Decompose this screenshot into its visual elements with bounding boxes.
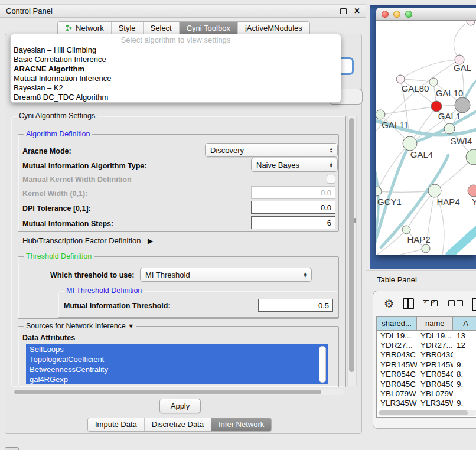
node-label: SWI4 <box>451 136 472 146</box>
tab-network[interactable]: Network <box>58 22 112 35</box>
kernel-width-label: Kernel Width (0,1): <box>22 190 87 198</box>
table-horizontal-scroll-thumb[interactable] <box>379 410 468 415</box>
aracne-mode-label: Aracne Mode: <box>22 147 71 155</box>
apply-button[interactable]: Apply <box>159 399 201 413</box>
select-all-checkboxes-icon[interactable] <box>423 298 439 309</box>
sources-title[interactable]: Sources for Network Inference ▼ <box>24 322 136 330</box>
combo-arrows-icon: ▲▼ <box>304 272 307 278</box>
deselect-all-checkboxes-icon[interactable] <box>448 298 465 309</box>
table-row[interactable]: YBR045CYBR045C9. <box>377 379 476 389</box>
minimize-button-icon[interactable] <box>393 11 400 18</box>
hub-definition-toggle[interactable]: Hub/Transcription Factor Definition ▶ <box>22 236 153 245</box>
settings-horizontal-scroll-thumb[interactable] <box>14 390 321 394</box>
collapse-down-icon: ▼ <box>128 322 134 330</box>
network-node[interactable] <box>466 149 476 165</box>
network-canvas[interactable]: GALGAL80GAL10GAL1GAL11SWI4GAL4GCY1HAP4YH… <box>376 21 476 255</box>
network-node-gal4[interactable] <box>403 136 417 151</box>
table-row[interactable]: YDR27...YDR27...12 <box>377 340 476 350</box>
tab-impute-data[interactable]: Impute Data <box>88 418 145 431</box>
close-window-icon[interactable]: ✕ <box>354 6 360 15</box>
mi-type-combo[interactable]: Naive Bayes ▲▼ <box>251 158 338 172</box>
close-button-icon[interactable] <box>382 11 389 18</box>
table-horizontal-scrollbar[interactable] <box>378 410 476 416</box>
table-row[interactable]: YER054CYER054C8. <box>377 370 476 379</box>
aracne-mode-combo[interactable]: Discovery ▲▼ <box>205 143 338 157</box>
algorithm-option[interactable]: Bayesian – Hill Climbing <box>11 45 341 55</box>
table-row[interactable]: YLR345WYLR345W9. <box>377 399 476 408</box>
gear-icon[interactable]: ⚙ <box>384 298 394 309</box>
which-threshold-label: Which threshold to use: <box>50 271 134 279</box>
column-header[interactable]: name <box>417 317 453 331</box>
table-row[interactable]: YDL19...YDL19...13 <box>377 331 476 340</box>
node-label: GAL11 <box>382 120 409 130</box>
columns-icon[interactable] <box>403 298 414 309</box>
table-row[interactable]: YPR145WYPR145W9. <box>377 360 476 369</box>
cyni-bottom-tab-bar: Impute DataDiscretize DataInfer Network <box>87 418 272 432</box>
tab-style[interactable]: Style <box>112 22 144 35</box>
settings-vertical-scroll-thumb[interactable] <box>349 118 354 372</box>
sources-title-label: Sources for Network Inference <box>26 322 126 330</box>
algorithm-option[interactable]: Bayesian – K2 <box>11 83 341 93</box>
table-cell: YBR045C <box>377 380 417 389</box>
table-cell: 13 <box>453 331 476 340</box>
manual-kernel-checkbox[interactable] <box>327 175 335 184</box>
network-node-hap2[interactable] <box>402 226 410 234</box>
network-node-y[interactable] <box>468 185 476 197</box>
network-window-titlebar[interactable] <box>376 8 476 21</box>
table-cell: YBR045C <box>417 380 453 389</box>
network-node-hap4[interactable] <box>428 184 441 197</box>
tab-cyni-toolbox[interactable]: Cyni Toolbox <box>180 22 238 35</box>
settings-vertical-scrollbar[interactable] <box>347 116 357 386</box>
tab-jactivemnodules[interactable]: jActiveMNodules <box>238 22 309 35</box>
node-label: GAL80 <box>402 83 429 93</box>
node-table: shared...nameA YDL19...YDL19...13YDR27..… <box>376 316 476 418</box>
table-panel-title: Table Panel <box>377 275 417 284</box>
table-row[interactable]: YBR043CYBR043C <box>377 350 476 360</box>
table-cell: YBL079W <box>377 389 417 398</box>
table-row[interactable]: YBL079WYBL079W <box>377 389 476 398</box>
column-header[interactable]: A <box>453 317 476 331</box>
tab-select[interactable]: Select <box>144 22 180 35</box>
attribute-list-scrollbar[interactable] <box>319 346 326 383</box>
dpi-tolerance-field[interactable]: 0.0 <box>251 201 335 214</box>
algorithm-option[interactable]: Dream8 DC_TDC Algorithm <box>11 93 341 102</box>
data-attribute-item[interactable]: TopologicalCoefficient <box>26 354 328 364</box>
table-panel-container: ⚙ shared...nameA YDL19...YDL19...13YDR27… <box>373 291 476 429</box>
algorithm-option[interactable]: Basic Correlation Inference <box>11 55 341 64</box>
data-attribute-item[interactable]: BetweennessCentrality <box>26 364 328 374</box>
network-node-swi4[interactable] <box>444 123 455 134</box>
tab-infer-network[interactable]: Infer Network <box>211 418 271 431</box>
table-cell: YDR27... <box>417 341 453 350</box>
column-header[interactable]: shared... <box>377 317 417 331</box>
data-attribute-item[interactable]: SelfLoops <box>26 344 328 354</box>
network-view-frame: GALGAL80GAL10GAL1GAL11SWI4GAL4GCY1HAP4YH… <box>370 5 476 269</box>
data-attribute-item[interactable]: gal4RGexp <box>26 374 328 384</box>
which-threshold-combo[interactable]: MI Threshold ▲▼ <box>140 268 312 282</box>
network-node-gal1[interactable] <box>431 101 442 112</box>
settings-horizontal-scrollbar[interactable] <box>12 389 344 395</box>
algorithm-option[interactable]: Mutual Information Inference <box>11 74 341 83</box>
float-window-icon[interactable] <box>340 8 347 14</box>
mi-threshold-value: 0.5 <box>318 301 329 310</box>
data-attributes-label: Data Attributes <box>22 334 75 342</box>
network-node-gal80[interactable] <box>396 75 405 83</box>
mi-threshold-field[interactable]: 0.5 <box>258 299 333 312</box>
table-cell: YDR27... <box>377 341 417 350</box>
document-icon[interactable] <box>472 298 476 311</box>
node-label: GAL10 <box>436 88 464 98</box>
table-cell: YBL079W <box>417 389 453 398</box>
minimized-panel-icon[interactable] <box>5 447 19 450</box>
network-node-gal11[interactable] <box>376 110 385 119</box>
network-node[interactable] <box>422 244 430 253</box>
splitter-handle[interactable] <box>354 218 356 223</box>
zoom-button-icon[interactable] <box>405 11 412 18</box>
mi-steps-field[interactable]: 6 <box>251 216 335 229</box>
mi-steps-label: Mutual Information Steps: <box>22 220 113 228</box>
network-node-gal10[interactable] <box>429 78 438 86</box>
tab-discretize-data[interactable]: Discretize Data <box>145 418 211 431</box>
network-node[interactable] <box>467 21 475 25</box>
kernel-width-field[interactable]: 0.0 <box>251 186 335 199</box>
network-node-gcy1[interactable] <box>376 187 382 196</box>
algorithm-option[interactable]: ARACNE Algorithm <box>11 64 341 74</box>
manual-kernel-label: Manual Kernel Width Definition <box>22 175 132 184</box>
